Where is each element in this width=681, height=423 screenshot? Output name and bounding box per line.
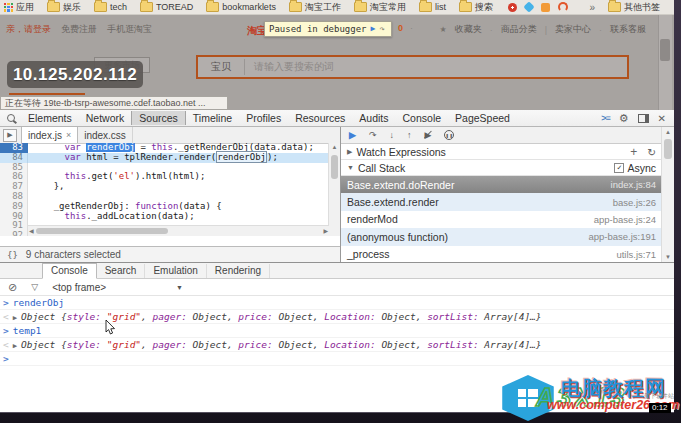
nav-customer-service[interactable]: 联系客服 (610, 23, 646, 36)
file-tab-index.js[interactable]: index.js× (21, 127, 78, 143)
sidebar-scrollbar[interactable]: ▲ ▼ (661, 127, 674, 262)
bookmark-folder[interactable]: bookmarklets (206, 1, 276, 14)
selection-status-text: 9 characters selected (26, 249, 121, 260)
scroll-right-icon[interactable]: ▶ (323, 227, 328, 234)
dropdown-icon: ▼ (176, 284, 183, 291)
bookmarks-bar: 应用 娱乐techTOREADbookmarklets淘宝工作淘宝常用list搜… (0, 0, 674, 15)
step-over-icon[interactable]: ↷ (379, 25, 384, 34)
bookmark-apps[interactable]: 应用 (4, 1, 34, 14)
console-output[interactable]: >renderObj<▶Object {style: "grid", pager… (0, 296, 674, 366)
disclosure-right-icon[interactable]: ▶ (347, 148, 352, 156)
bookmark-folder[interactable]: tech (94, 1, 127, 14)
watch-expressions-header[interactable]: ▶ Watch Expressions + ↻ (341, 144, 662, 160)
line-number[interactable]: 92 (0, 231, 28, 236)
gear-icon[interactable]: ⚙ (619, 112, 629, 125)
panel-tab-resources[interactable]: Resources (288, 111, 352, 125)
mobile-taobao-link[interactable]: 手机逛淘宝 (107, 23, 152, 36)
nav-seller-center[interactable]: 卖家中心 (555, 23, 591, 36)
scroll-left-icon[interactable]: ◀ (29, 227, 34, 234)
panel-tab-profiles[interactable]: Profiles (239, 111, 288, 125)
scroll-up-icon[interactable]: ▲ (662, 129, 674, 135)
drawer-tab-search[interactable]: Search (97, 264, 146, 278)
console-prompt-row[interactable]: > (0, 352, 674, 366)
favicon-orange-square-icon[interactable] (541, 3, 550, 12)
panel-tab-sources[interactable]: Sources (131, 111, 186, 125)
nav-categories[interactable]: 商品分类 (501, 23, 537, 36)
register-link[interactable]: 免费注册 (61, 23, 97, 36)
scroll-up-icon[interactable]: ▲ (329, 144, 340, 150)
filter-icon[interactable]: ▽ (31, 282, 38, 292)
call-stack-frame[interactable]: _processutils.js:71 (341, 246, 662, 263)
resume-script-icon[interactable]: ▶ (371, 25, 376, 33)
code-editor[interactable]: 83 var renderObj = this._getRenderObj(da… (0, 143, 340, 236)
dock-side-icon[interactable] (638, 114, 649, 123)
panel-tab-pagespeed[interactable]: PageSpeed (448, 111, 517, 125)
editor-vertical-scrollbar[interactable]: ▲ (328, 143, 340, 236)
step-over-button[interactable]: ↷ (369, 130, 377, 140)
call-stack-frame[interactable]: Base.extend.doRenderindex.js:84 (341, 176, 662, 193)
other-bookmarks-button[interactable]: 其他书签 (608, 1, 660, 14)
panel-tab-elements[interactable]: Elements (21, 111, 79, 125)
page-scrollbar[interactable] (658, 15, 672, 110)
favicon-red-circle-icon[interactable] (508, 3, 517, 12)
disclosure-triangle-icon[interactable]: ▶ (13, 314, 17, 322)
async-checkbox[interactable]: ✓ (614, 163, 624, 173)
preview-segment: Object, (278, 311, 324, 322)
nav-favorites[interactable]: 收藏夹 (455, 23, 482, 36)
pause-on-exceptions-button[interactable]: ❚❚ (444, 130, 454, 140)
folder-icon (94, 2, 107, 12)
call-stack-header[interactable]: ▼ Call Stack ✓ Async (341, 160, 662, 176)
editor-horizontal-scrollbar[interactable]: ◀ ▶ (28, 225, 329, 236)
sidebar-scroll-thumb[interactable] (664, 139, 672, 159)
bookmark-folder[interactable]: 娱乐 (47, 1, 81, 14)
panel-tab-audits[interactable]: Audits (352, 111, 395, 125)
call-stack-frame[interactable]: renderModapp-base.js:24 (341, 211, 662, 228)
drawer-tab-console[interactable]: Console (42, 263, 97, 279)
panel-tab-network[interactable]: Network (79, 111, 132, 125)
deactivate-breakpoints-button[interactable]: ▶ (424, 130, 431, 140)
bookmark-folder[interactable]: 淘宝工作 (289, 1, 341, 14)
disclosure-down-icon[interactable]: ▼ (347, 164, 354, 171)
frame-selector[interactable]: <top frame> ▼ (52, 282, 183, 293)
step-into-button[interactable]: ↓ (389, 130, 394, 140)
add-watch-icon[interactable]: + (630, 145, 637, 159)
console-input-row[interactable]: >temp1 (0, 324, 674, 338)
panel-tab-console[interactable]: Console (396, 111, 449, 125)
panel-tab-timeline[interactable]: Timeline (186, 111, 239, 125)
file-tab-index.css[interactable]: index.css (78, 127, 133, 143)
bookmarks-overflow-chevron[interactable]: » (589, 2, 595, 13)
favicon-orange-arc-icon[interactable] (558, 2, 568, 12)
scroll-down-icon[interactable]: ▼ (662, 254, 674, 260)
call-stack-frame[interactable]: (anonymous function)app-base.js:191 (341, 228, 662, 245)
step-out-button[interactable]: ↑ (407, 130, 412, 140)
bookmark-folder[interactable]: 搜索 (459, 1, 493, 14)
login-link[interactable]: 亲，请登录 (6, 23, 51, 36)
drawer-tab-emulation[interactable]: Emulation (145, 264, 206, 278)
bookmark-folder[interactable]: list (419, 1, 446, 14)
async-label: Async (627, 162, 656, 174)
bookmark-folder[interactable]: TOREAD (140, 1, 193, 14)
pretty-print-button[interactable]: {} (6, 249, 19, 261)
refresh-watch-icon[interactable]: ↻ (647, 146, 656, 158)
page-scrollbar-thumb[interactable] (660, 39, 670, 61)
favicon-blue-gem-icon[interactable] (523, 1, 534, 12)
close-devtools-icon[interactable]: ✕ (658, 113, 666, 124)
frame-function: _process (347, 248, 390, 260)
console-result-row: <▶Object {style: "grid", pager: Object, … (0, 310, 674, 324)
close-tab-icon[interactable]: × (66, 130, 71, 140)
clear-console-icon[interactable]: ⊘ (8, 281, 17, 294)
call-stack-frame[interactable]: Base.extend.renderbase.js:26 (341, 193, 662, 210)
show-console-drawer-icon[interactable]: >≡ (601, 113, 610, 123)
console-input-row[interactable]: >renderObj (0, 296, 674, 310)
editor-vscroll-thumb[interactable] (331, 155, 338, 179)
show-navigator-button[interactable]: ▶ (3, 129, 17, 142)
editor-hscroll-thumb[interactable] (36, 228, 168, 234)
console-prompt-icon: > (3, 297, 9, 308)
inspect-element-icon[interactable] (7, 114, 15, 122)
search-category-tab[interactable]: 宝贝 (198, 60, 244, 74)
disclosure-triangle-icon[interactable]: ▶ (13, 342, 17, 350)
drawer-tab-rendering[interactable]: Rendering (207, 264, 270, 278)
bookmark-folder[interactable]: 淘宝常用 (354, 1, 406, 14)
resume-button[interactable]: ▶ (349, 130, 356, 140)
search-input[interactable]: 请输入要搜索的词 (245, 60, 334, 74)
